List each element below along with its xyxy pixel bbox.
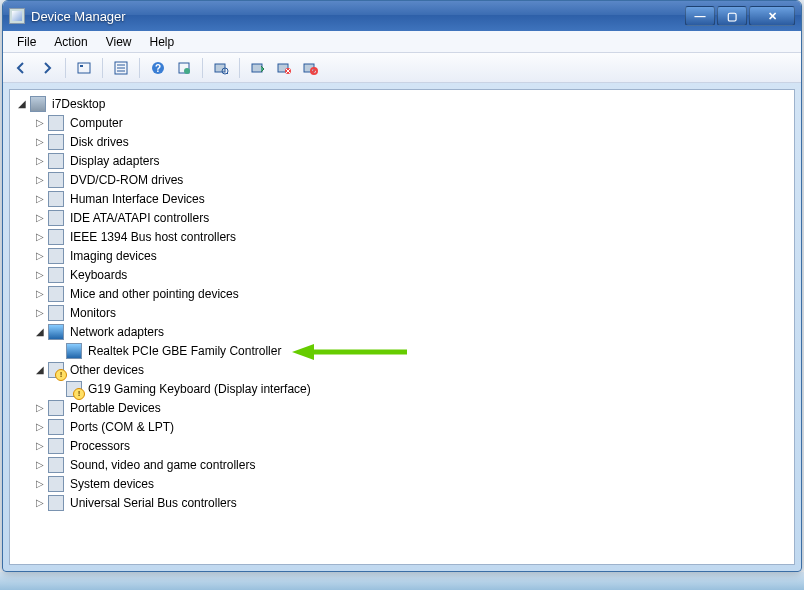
category-label: IEEE 1394 Bus host controllers: [68, 229, 238, 245]
expand-icon[interactable]: ▷: [34, 193, 46, 205]
device-g19[interactable]: G19 Gaming Keyboard (Display interface): [16, 379, 788, 398]
menu-file[interactable]: File: [9, 33, 44, 51]
category-portable[interactable]: ▷Portable Devices: [16, 398, 788, 417]
close-button[interactable]: ✕: [749, 6, 795, 26]
expand-icon[interactable]: ▷: [34, 136, 46, 148]
svg-text:?: ?: [155, 63, 161, 74]
category-1394[interactable]: ▷IEEE 1394 Bus host controllers: [16, 227, 788, 246]
toolbar-separator: [239, 58, 240, 78]
category-label: Display adapters: [68, 153, 161, 169]
expand-icon[interactable]: ▷: [34, 497, 46, 509]
category-label: Human Interface Devices: [68, 191, 207, 207]
scan-button[interactable]: [209, 56, 233, 80]
category-dvd[interactable]: ▷DVD/CD-ROM drives: [16, 170, 788, 189]
update-button[interactable]: [246, 56, 270, 80]
app-icon: [9, 8, 25, 24]
help-button[interactable]: ?: [146, 56, 170, 80]
device-icon: [48, 229, 64, 245]
svg-rect-1: [80, 65, 83, 67]
svg-line-12: [227, 73, 228, 74]
category-ports[interactable]: ▷Ports (COM & LPT): [16, 417, 788, 436]
expand-icon[interactable]: ▷: [34, 459, 46, 471]
tree-root[interactable]: ◢i7Desktop: [16, 94, 788, 113]
category-hid[interactable]: ▷Human Interface Devices: [16, 189, 788, 208]
category-cpu[interactable]: ▷Processors: [16, 436, 788, 455]
collapse-icon[interactable]: ◢: [34, 326, 46, 338]
expand-icon[interactable]: ▷: [34, 231, 46, 243]
category-sound[interactable]: ▷Sound, video and game controllers: [16, 455, 788, 474]
device-icon: [48, 438, 64, 454]
root-label: i7Desktop: [50, 96, 107, 112]
category-other[interactable]: ◢Other devices: [16, 360, 788, 379]
device-icon: [48, 495, 64, 511]
refresh-button[interactable]: [172, 56, 196, 80]
forward-button[interactable]: [35, 56, 59, 80]
net-icon: [48, 324, 64, 340]
expand-icon[interactable]: ▷: [34, 288, 46, 300]
properties-button[interactable]: [109, 56, 133, 80]
expand-icon[interactable]: ▷: [34, 212, 46, 224]
device-tree-panel[interactable]: ◢i7Desktop▷Computer▷Disk drives▷Display …: [9, 89, 795, 565]
menu-action[interactable]: Action: [46, 33, 95, 51]
expand-icon[interactable]: ▷: [34, 421, 46, 433]
category-computer[interactable]: ▷Computer: [16, 113, 788, 132]
back-button[interactable]: [9, 56, 33, 80]
expand-icon[interactable]: ▷: [34, 478, 46, 490]
category-label: System devices: [68, 476, 156, 492]
computer-icon: [30, 96, 46, 112]
category-disk[interactable]: ▷Disk drives: [16, 132, 788, 151]
category-label: Processors: [68, 438, 132, 454]
category-label: Mice and other pointing devices: [68, 286, 241, 302]
expand-icon[interactable]: ▷: [34, 307, 46, 319]
category-label: IDE ATA/ATAPI controllers: [68, 210, 211, 226]
window-title: Device Manager: [31, 9, 685, 24]
minimize-button[interactable]: —: [685, 6, 715, 26]
expand-icon[interactable]: ▷: [34, 117, 46, 129]
category-kbd[interactable]: ▷Keyboards: [16, 265, 788, 284]
maximize-button[interactable]: ▢: [717, 6, 747, 26]
device-icon: [48, 210, 64, 226]
titlebar[interactable]: Device Manager — ▢ ✕: [3, 1, 801, 31]
device-icon: [48, 400, 64, 416]
category-mice[interactable]: ▷Mice and other pointing devices: [16, 284, 788, 303]
device-icon: [48, 172, 64, 188]
category-label: Universal Serial Bus controllers: [68, 495, 239, 511]
device-realtek[interactable]: Realtek PCIe GBE Family Controller: [16, 341, 788, 360]
menu-help[interactable]: Help: [142, 33, 183, 51]
uninstall-button[interactable]: [272, 56, 296, 80]
category-system[interactable]: ▷System devices: [16, 474, 788, 493]
category-label: Monitors: [68, 305, 118, 321]
category-usb[interactable]: ▷Universal Serial Bus controllers: [16, 493, 788, 512]
category-monitors[interactable]: ▷Monitors: [16, 303, 788, 322]
collapse-icon[interactable]: ◢: [16, 98, 28, 110]
category-label: Disk drives: [68, 134, 131, 150]
toolbar-separator: [102, 58, 103, 78]
category-network[interactable]: ◢Network adapters: [16, 322, 788, 341]
device-icon: [48, 153, 64, 169]
menu-view[interactable]: View: [98, 33, 140, 51]
category-ide[interactable]: ▷IDE ATA/ATAPI controllers: [16, 208, 788, 227]
category-display[interactable]: ▷Display adapters: [16, 151, 788, 170]
collapse-icon[interactable]: ◢: [34, 364, 46, 376]
expand-icon[interactable]: ▷: [34, 440, 46, 452]
expand-icon[interactable]: ▷: [34, 250, 46, 262]
expand-icon[interactable]: ▷: [34, 269, 46, 281]
device-icon: [48, 191, 64, 207]
category-label: Computer: [68, 115, 125, 131]
toolbar-separator: [65, 58, 66, 78]
taskbar-edge: [0, 572, 804, 590]
device-label: G19 Gaming Keyboard (Display interface): [86, 381, 313, 397]
expand-icon[interactable]: ▷: [34, 155, 46, 167]
device-icon: [48, 248, 64, 264]
category-imaging[interactable]: ▷Imaging devices: [16, 246, 788, 265]
category-label: Keyboards: [68, 267, 129, 283]
svg-rect-13: [252, 64, 262, 72]
disable-button[interactable]: [298, 56, 322, 80]
device-label: Realtek PCIe GBE Family Controller: [86, 343, 283, 359]
show-hidden-button[interactable]: [72, 56, 96, 80]
category-label: Ports (COM & LPT): [68, 419, 176, 435]
expand-icon[interactable]: ▷: [34, 174, 46, 186]
expand-icon[interactable]: ▷: [34, 402, 46, 414]
category-label: Other devices: [68, 362, 146, 378]
category-label: DVD/CD-ROM drives: [68, 172, 185, 188]
